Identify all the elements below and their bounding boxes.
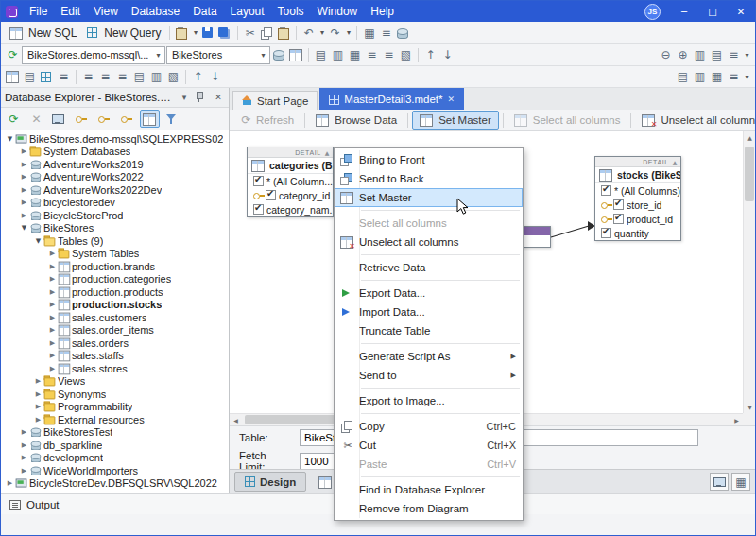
- close-panel-icon[interactable]: [212, 91, 225, 104]
- save-button[interactable]: [200, 25, 216, 41]
- tab-design[interactable]: Design: [234, 472, 306, 492]
- expand-icon[interactable]: [47, 365, 58, 372]
- toolbar-icon[interactable]: [709, 47, 725, 63]
- align-middle-icon[interactable]: [148, 69, 164, 85]
- table-title[interactable]: stocks (BikeSt...: [595, 167, 680, 183]
- tree-item-table[interactable]: production.brands: [1, 260, 229, 273]
- align-left-icon[interactable]: [80, 69, 96, 85]
- menu-item-send-to[interactable]: Send to: [335, 366, 523, 385]
- tab-masterdetail3[interactable]: MasterDetail3.mdet*: [319, 88, 464, 110]
- tree-item-server[interactable]: BicycleStoreDev.DBFSQLSRV\SQL2022: [1, 477, 229, 491]
- align-right-icon[interactable]: [114, 69, 130, 85]
- grid-view-button[interactable]: [731, 473, 750, 491]
- refresh-icon[interactable]: [4, 110, 24, 128]
- key-icon[interactable]: [117, 110, 137, 128]
- toolbar-icon[interactable]: [56, 69, 72, 85]
- toolbar-icon[interactable]: [726, 47, 742, 63]
- scroll-right-arrow[interactable]: ▶: [730, 414, 743, 426]
- paste-options-button[interactable]: [174, 25, 190, 41]
- toolbar-icon[interactable]: [726, 69, 742, 85]
- move-down-icon[interactable]: [439, 47, 455, 63]
- tree-item-database[interactable]: WideWorldImporters: [1, 464, 229, 477]
- set-master-button[interactable]: Set Master: [412, 111, 499, 130]
- menu-item-find-in-database-explorer[interactable]: Find in Database Explorer: [335, 480, 523, 499]
- expand-icon[interactable]: [5, 135, 15, 143]
- expand-icon[interactable]: [19, 161, 29, 168]
- close-button[interactable]: [727, 1, 755, 22]
- align-top-icon[interactable]: [131, 69, 147, 85]
- menu-item-cut[interactable]: Cut Ctrl+X: [335, 436, 523, 455]
- key-icon[interactable]: [72, 110, 92, 128]
- zoom-in-icon[interactable]: [675, 47, 691, 63]
- close-tab-icon[interactable]: [448, 95, 455, 104]
- tree-item-database[interactable]: bicyclestoredev: [1, 197, 229, 210]
- maximize-button[interactable]: [698, 1, 727, 22]
- column-row[interactable]: category_id: [248, 188, 333, 202]
- expand-icon[interactable]: [19, 199, 29, 206]
- menu-item-bring-to-front[interactable]: Bring to Front: [335, 150, 523, 169]
- disconnect-icon[interactable]: [26, 110, 46, 128]
- expand-icon[interactable]: [33, 416, 43, 424]
- tree-item-table[interactable]: sales.order_items: [1, 324, 229, 337]
- menu-item-copy[interactable]: Copy Ctrl+C: [335, 417, 523, 436]
- expand-icon[interactable]: [33, 390, 43, 398]
- arrange-down-icon[interactable]: [207, 69, 223, 85]
- tree-item-database[interactable]: BicycleStoreProd: [1, 209, 229, 222]
- menu-item-truncate-table[interactable]: Truncate Table: [335, 321, 523, 340]
- expand-icon[interactable]: [47, 314, 58, 321]
- expand-icon[interactable]: [33, 403, 43, 410]
- expand-icon[interactable]: [19, 186, 29, 194]
- copy-button[interactable]: [259, 25, 275, 41]
- tree-item-table[interactable]: production.stocks: [1, 299, 229, 312]
- user-avatar-badge[interactable]: JS: [644, 4, 661, 20]
- zoom-out-icon[interactable]: [658, 47, 674, 63]
- expand-icon[interactable]: [47, 275, 58, 283]
- toolbar-icon[interactable]: [709, 69, 725, 85]
- toolbar-icon[interactable]: [381, 47, 397, 63]
- database-selector[interactable]: BikeStores: [166, 46, 270, 64]
- menu-view[interactable]: View: [87, 1, 125, 22]
- menu-edit[interactable]: Edit: [54, 1, 87, 22]
- menu-item-select-all-columns[interactable]: Select all columns: [335, 214, 523, 233]
- redo-button[interactable]: [327, 25, 343, 41]
- expand-icon[interactable]: [19, 467, 29, 475]
- undo-dropdown-arrow[interactable]: [318, 28, 326, 37]
- tree-item-table[interactable]: production.categories: [1, 273, 229, 286]
- column-row[interactable]: * (All Column...: [248, 174, 333, 188]
- expand-icon[interactable]: [47, 352, 58, 359]
- tree-item-table[interactable]: sales.staffs: [1, 350, 229, 363]
- arrange-up-icon[interactable]: [190, 69, 206, 85]
- tree-item-database[interactable]: AdventureWorks2022: [1, 171, 229, 184]
- tree-item-folder[interactable]: System Databases: [1, 146, 229, 159]
- tree-item-table[interactable]: sales.stores: [1, 362, 229, 375]
- vertical-scroll-thumb[interactable]: [745, 147, 754, 201]
- menu-layout[interactable]: Layout: [224, 1, 271, 22]
- menu-item-export-data[interactable]: Export Data...: [335, 284, 523, 303]
- menu-item-set-master[interactable]: Set Master: [335, 188, 523, 207]
- toolbar-icon[interactable]: [330, 47, 346, 63]
- checkbox-checked[interactable]: [253, 176, 264, 186]
- tree-item-folder[interactable]: System Tables: [1, 248, 229, 261]
- tree-item-folder[interactable]: Programmability: [1, 401, 229, 414]
- tree-item-folder[interactable]: Tables (9): [1, 234, 229, 248]
- toolbar-overflow-arrow[interactable]: [743, 51, 751, 60]
- menu-tools[interactable]: Tools: [271, 1, 311, 22]
- expand-icon[interactable]: [19, 441, 29, 449]
- unselect-all-columns-button[interactable]: Unselect all columns: [635, 111, 755, 130]
- expand-icon[interactable]: [33, 377, 43, 385]
- expand-icon[interactable]: [33, 237, 43, 245]
- checkbox-checked[interactable]: [601, 185, 611, 196]
- toolbar-icon[interactable]: [22, 69, 38, 85]
- checkbox-checked[interactable]: [601, 228, 611, 238]
- expand-icon[interactable]: [47, 263, 58, 270]
- diagram-table-categories[interactable]: DETAIL categories (B... * (All Column...: [247, 147, 334, 217]
- expand-icon[interactable]: [19, 454, 29, 461]
- align-bottom-icon[interactable]: [165, 69, 181, 85]
- layout-view-button[interactable]: [710, 473, 729, 491]
- save-all-button[interactable]: [217, 25, 233, 41]
- menu-data[interactable]: Data: [186, 1, 223, 22]
- new-document-button[interactable]: [288, 47, 304, 63]
- menu-item-import-data[interactable]: Import Data...: [335, 303, 523, 321]
- expand-icon[interactable]: [47, 288, 58, 296]
- toolbar-icon[interactable]: [313, 47, 329, 63]
